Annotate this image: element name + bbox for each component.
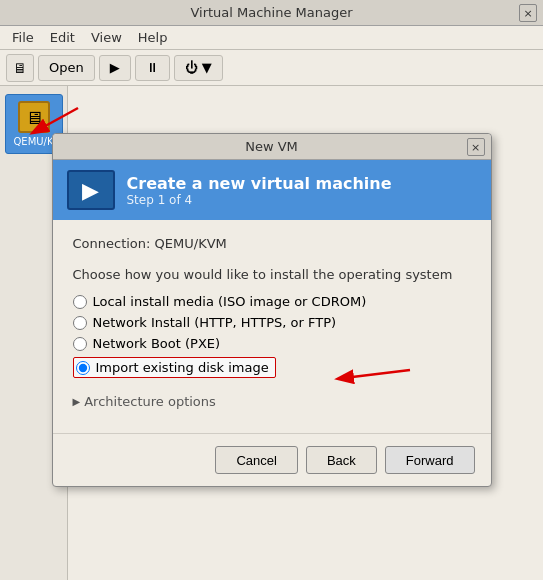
- radio-import-selected-box: Import existing disk image: [73, 357, 276, 378]
- radio-local-input[interactable]: [73, 295, 87, 309]
- radio-import-label: Import existing disk image: [96, 360, 269, 375]
- dialog-header: ▶ Create a new virtual machine Step 1 of…: [53, 160, 491, 220]
- forward-button[interactable]: Forward: [385, 446, 475, 474]
- back-button[interactable]: Back: [306, 446, 377, 474]
- arch-options-label: Architecture options: [84, 394, 216, 409]
- radio-import-input[interactable]: [76, 361, 90, 375]
- app-window: Virtual Machine Manager × File Edit View…: [0, 0, 543, 580]
- new-vm-dialog: New VM × ▶ Create a new virtual machine …: [52, 133, 492, 487]
- install-prompt: Choose how you would like to install the…: [73, 267, 471, 282]
- radio-option-import[interactable]: Import existing disk image: [73, 357, 471, 378]
- connection-info: Connection: QEMU/KVM: [73, 236, 471, 251]
- dialog-footer: Cancel Back Forward: [53, 433, 491, 486]
- radio-local-label: Local install media (ISO image or CDROM): [93, 294, 367, 309]
- radio-pxe-input[interactable]: [73, 337, 87, 351]
- radio-pxe-label: Network Boot (PXE): [93, 336, 221, 351]
- radio-option-pxe[interactable]: Network Boot (PXE): [73, 336, 471, 351]
- dialog-overlay: New VM × ▶ Create a new virtual machine …: [0, 0, 543, 580]
- radio-option-local[interactable]: Local install media (ISO image or CDROM): [73, 294, 471, 309]
- install-options-group: Local install media (ISO image or CDROM)…: [73, 294, 471, 378]
- radio-network-input[interactable]: [73, 316, 87, 330]
- dialog-title: New VM: [245, 139, 298, 154]
- dialog-close-button[interactable]: ×: [467, 138, 485, 156]
- radio-network-label: Network Install (HTTP, HTTPS, or FTP): [93, 315, 337, 330]
- dialog-header-text: Create a new virtual machine Step 1 of 4: [127, 174, 392, 207]
- dialog-body: Connection: QEMU/KVM Choose how you woul…: [53, 220, 491, 433]
- arch-arrow-icon: ▶: [73, 396, 81, 407]
- dialog-header-icon: ▶: [67, 170, 115, 210]
- dialog-header-subtitle: Step 1 of 4: [127, 193, 392, 207]
- dialog-header-title: Create a new virtual machine: [127, 174, 392, 193]
- radio-option-network[interactable]: Network Install (HTTP, HTTPS, or FTP): [73, 315, 471, 330]
- cancel-button[interactable]: Cancel: [215, 446, 297, 474]
- dialog-header-play-icon: ▶: [82, 178, 99, 203]
- dialog-title-bar: New VM ×: [53, 134, 491, 160]
- arch-options-toggle[interactable]: ▶ Architecture options: [73, 394, 471, 409]
